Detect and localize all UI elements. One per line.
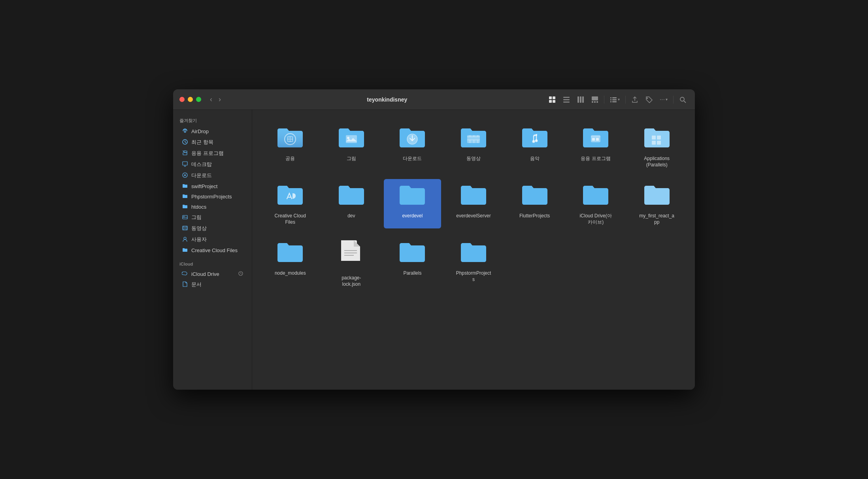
file-item-flutter[interactable]: FlutterProjects — [506, 179, 563, 228]
file-grid: 공용 그림 — [262, 122, 685, 291]
svg-rect-6 — [563, 102, 570, 103]
svg-point-22 — [184, 131, 186, 132]
file-item-music[interactable]: 음악 — [506, 122, 563, 171]
folder-parallels-icon — [398, 240, 426, 267]
file-label-everdevel-server: everdevelServer — [456, 213, 491, 219]
folder-flutter-icon — [521, 182, 549, 210]
file-label-icloud-archive: iCloud Drive(아카이브) — [578, 213, 613, 225]
file-item-icloud-archive[interactable]: iCloud Drive(아카이브) — [567, 179, 625, 228]
file-item-react[interactable]: my_first_react_app — [628, 179, 685, 228]
svg-rect-16 — [610, 99, 611, 100]
movies-icon — [182, 225, 188, 232]
svg-rect-33 — [346, 135, 357, 143]
group-button[interactable]: ▾ — [608, 94, 622, 105]
sidebar-item-user[interactable]: 사용자 — [175, 234, 249, 245]
svg-point-20 — [680, 97, 684, 101]
file-item-apps-folder[interactable]: 응용 프로그램 — [567, 122, 625, 171]
svg-point-38 — [535, 140, 538, 142]
sidebar-item-recents[interactable]: 최근 항목 — [175, 137, 249, 148]
tag-button[interactable] — [643, 94, 655, 105]
sidebar-item-phpstorm[interactable]: PhpstormProjects — [175, 191, 249, 202]
sidebar-item-airdrop[interactable]: AirDrop — [175, 126, 249, 137]
file-label-package-lock: package-lock.json — [334, 275, 369, 287]
file-item-apps-parallels[interactable]: Applications (Parallels) — [628, 122, 685, 171]
file-item-pictures[interactable]: 그림 — [323, 122, 380, 171]
sidebar-item-creative[interactable]: Creative Cloud Files — [175, 245, 249, 255]
svg-rect-45 — [657, 141, 661, 145]
folder-apps-parallels-icon — [643, 125, 671, 153]
svg-rect-10 — [592, 96, 598, 100]
view-list-button[interactable] — [560, 94, 572, 105]
svg-rect-14 — [610, 97, 611, 98]
sidebar-item-downloads[interactable]: 다운로드 — [175, 170, 249, 181]
file-item-dev[interactable]: dev — [323, 179, 380, 228]
svg-rect-2 — [549, 100, 552, 103]
sidebar-item-desktop[interactable]: 데스크탑 — [175, 159, 249, 170]
sidebar-item-icloud-drive[interactable]: iCloud Drive — [175, 269, 249, 279]
icloud-drive-label: iCloud Drive — [191, 271, 219, 277]
file-label-phpstorm-proj: PhpstormProjects — [456, 270, 491, 283]
swiftproject-label: swiftProject — [191, 183, 217, 189]
file-item-parallels[interactable]: Parallels — [384, 236, 441, 290]
view-columns-button[interactable] — [575, 94, 587, 105]
file-label-music: 음악 — [530, 156, 540, 162]
minimize-button[interactable] — [188, 97, 193, 102]
file-label-react: my_first_react_app — [639, 213, 675, 225]
file-item-downloads[interactable]: 다운로드 — [384, 122, 441, 171]
file-item-everdevel[interactable]: everdevel — [384, 179, 441, 228]
file-label-public: 공용 — [285, 156, 295, 162]
sidebar-item-apps[interactable]: 응용 프로그램 — [175, 148, 249, 159]
svg-rect-9 — [582, 96, 584, 103]
forward-button[interactable]: › — [216, 94, 223, 104]
folder-icloud-archive-icon — [581, 182, 610, 210]
file-item-creative[interactable]: Creative Cloud Files — [262, 179, 319, 228]
file-item-movies[interactable]: 동영상 — [445, 122, 502, 171]
file-item-public[interactable]: 공용 — [262, 122, 319, 171]
svg-rect-13 — [596, 101, 598, 103]
svg-line-21 — [684, 101, 686, 103]
svg-rect-7 — [577, 96, 579, 103]
icloud-label: iCloud — [173, 260, 252, 269]
folder-icon-creative — [182, 247, 188, 253]
file-label-apps-parallels: Applications (Parallels) — [639, 156, 675, 168]
sidebar-item-pictures[interactable]: 그림 — [175, 212, 249, 223]
view-gallery-button[interactable] — [589, 94, 601, 105]
sidebar-item-movies[interactable]: 동영상 — [175, 223, 249, 234]
view-grid-button[interactable] — [546, 94, 558, 105]
folder-phpstorm-proj-icon — [459, 240, 488, 267]
svg-rect-27 — [183, 215, 187, 219]
svg-rect-18 — [610, 101, 611, 102]
file-item-phpstorm-proj[interactable]: PhpstormProjects — [445, 236, 502, 290]
titlebar: ‹ › teyonkindisney — [173, 89, 695, 110]
nav-buttons: ‹ › — [208, 94, 223, 104]
search-button[interactable] — [677, 94, 689, 105]
svg-rect-25 — [183, 162, 187, 165]
folder-icon-swift — [182, 183, 188, 189]
folder-apps-icon — [581, 125, 610, 153]
sidebar-item-swiftproject[interactable]: swiftProject — [175, 181, 249, 191]
share-button[interactable] — [629, 94, 641, 105]
file-label-downloads: 다운로드 — [403, 156, 422, 162]
svg-rect-1 — [553, 96, 555, 99]
more-button[interactable]: ···▾ — [657, 94, 670, 105]
close-button[interactable] — [179, 97, 185, 102]
folder-pictures-icon — [337, 125, 366, 153]
pictures-icon — [182, 214, 188, 221]
doc-icon — [182, 281, 188, 288]
folder-dev-icon — [337, 182, 366, 210]
file-item-package-lock[interactable]: package-lock.json — [323, 236, 380, 290]
file-item-node-modules[interactable]: node_modules — [262, 236, 319, 290]
svg-rect-3 — [553, 100, 555, 103]
folder-everdevel-icon — [398, 182, 426, 210]
svg-rect-43 — [657, 136, 661, 140]
file-item-everdevel-server[interactable]: everdevelServer — [445, 179, 502, 228]
clock-icon — [182, 139, 188, 146]
back-button[interactable]: ‹ — [208, 94, 215, 104]
fullscreen-button[interactable] — [196, 97, 201, 102]
sidebar-item-htdocs[interactable]: htdocs — [175, 202, 249, 212]
folder-music-icon — [521, 125, 549, 153]
finder-window: ‹ › teyonkindisney — [173, 89, 695, 390]
sidebar-item-documents[interactable]: 문서 — [175, 279, 249, 290]
main-content: 즐겨찾기 AirDrop — [173, 110, 695, 390]
pictures-label: 그림 — [191, 214, 202, 221]
